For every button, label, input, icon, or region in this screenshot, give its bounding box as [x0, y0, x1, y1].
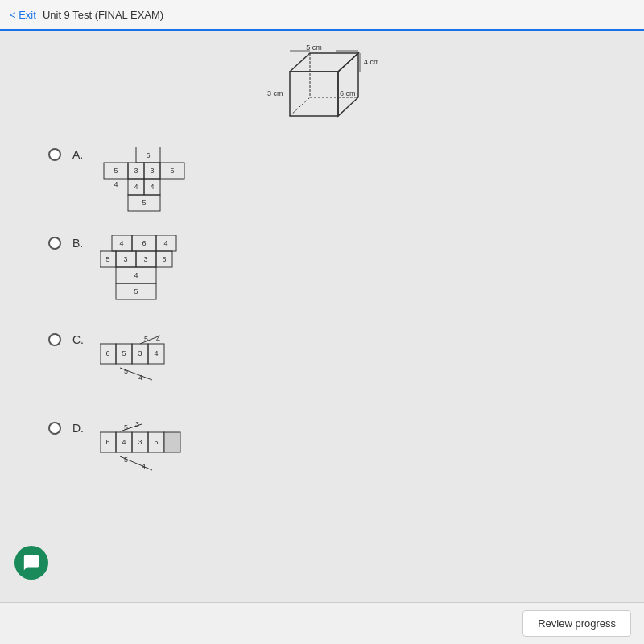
option-a-row: A. 6 5 3 3 5 4 4 4 — [48, 147, 596, 235]
review-progress-button[interactable]: Review progress — [522, 610, 631, 637]
net-c: 5 4 6 5 3 4 5 4 — [100, 332, 204, 420]
chat-icon — [23, 554, 40, 572]
radio-c[interactable] — [48, 333, 61, 346]
net-d: 5 3 6 4 3 5 5 4 — [100, 420, 204, 509]
label-d: D. — [72, 422, 89, 435]
option-c-row: C. 5 4 6 5 3 4 5 4 — [48, 332, 596, 420]
bottom-bar: Review progress — [0, 602, 644, 644]
svg-text:6: 6 — [105, 438, 109, 446]
svg-marker-2 — [338, 53, 358, 116]
svg-text:5 cm: 5 cm — [306, 43, 322, 52]
chat-button[interactable] — [14, 546, 48, 580]
content-area: 5 cm 4 cm 3 cm 6 cm A. 6 — [0, 31, 644, 602]
svg-text:4: 4 — [122, 438, 126, 446]
svg-text:3: 3 — [134, 167, 138, 175]
svg-text:5: 5 — [134, 287, 138, 295]
svg-text:5: 5 — [162, 255, 166, 263]
exam-title: Unit 9 Test (FINAL EXAM) — [43, 9, 163, 21]
svg-text:3: 3 — [138, 438, 142, 446]
exit-button[interactable]: < Exit — [10, 9, 36, 21]
svg-rect-73 — [164, 432, 180, 452]
svg-text:5: 5 — [122, 349, 126, 357]
net-a: 6 5 3 3 5 4 4 4 5 — [100, 147, 204, 235]
svg-text:4: 4 — [114, 180, 118, 188]
label-c: C. — [72, 333, 89, 346]
svg-text:5: 5 — [105, 255, 109, 263]
svg-text:6: 6 — [146, 151, 150, 159]
radio-d[interactable] — [48, 422, 61, 435]
net-b: 4 6 4 5 3 3 5 4 5 — [100, 235, 213, 332]
top-bar: < Exit Unit 9 Test (FINAL EXAM) — [0, 0, 644, 31]
screen: < Exit Unit 9 Test (FINAL EXAM) 5 cm — [0, 0, 644, 644]
svg-text:3: 3 — [143, 255, 147, 263]
radio-a[interactable] — [48, 148, 61, 161]
exit-label[interactable]: < Exit — [10, 9, 36, 21]
svg-text:4: 4 — [163, 239, 167, 247]
svg-text:4: 4 — [119, 239, 123, 247]
svg-text:6: 6 — [105, 349, 109, 357]
cube-svg: 5 cm 4 cm 3 cm 6 cm — [266, 43, 378, 140]
radio-b[interactable] — [48, 237, 61, 250]
svg-text:3: 3 — [138, 349, 142, 357]
label-b: B. — [72, 237, 89, 250]
cube-figure: 5 cm 4 cm 3 cm 6 cm — [48, 43, 596, 140]
svg-text:3 cm: 3 cm — [267, 89, 283, 97]
svg-text:3: 3 — [150, 167, 154, 175]
svg-text:4 cm: 4 cm — [364, 58, 378, 66]
svg-text:3: 3 — [123, 255, 127, 263]
svg-text:3: 3 — [135, 420, 139, 428]
svg-line-3 — [290, 97, 310, 116]
label-a: A. — [72, 148, 89, 161]
option-b-row: B. 4 6 4 5 3 3 5 4 — [48, 235, 596, 332]
svg-text:5: 5 — [170, 167, 174, 175]
svg-text:4: 4 — [154, 349, 158, 357]
svg-text:6 cm: 6 cm — [340, 89, 356, 97]
svg-text:4: 4 — [134, 183, 138, 191]
svg-text:6: 6 — [142, 239, 146, 247]
svg-text:5: 5 — [154, 438, 158, 446]
svg-text:5: 5 — [114, 167, 118, 175]
option-d-row: D. 5 3 6 4 3 5 5 4 — [48, 420, 596, 509]
svg-text:5: 5 — [142, 199, 146, 207]
svg-text:4: 4 — [150, 183, 154, 191]
svg-text:4: 4 — [134, 271, 138, 279]
